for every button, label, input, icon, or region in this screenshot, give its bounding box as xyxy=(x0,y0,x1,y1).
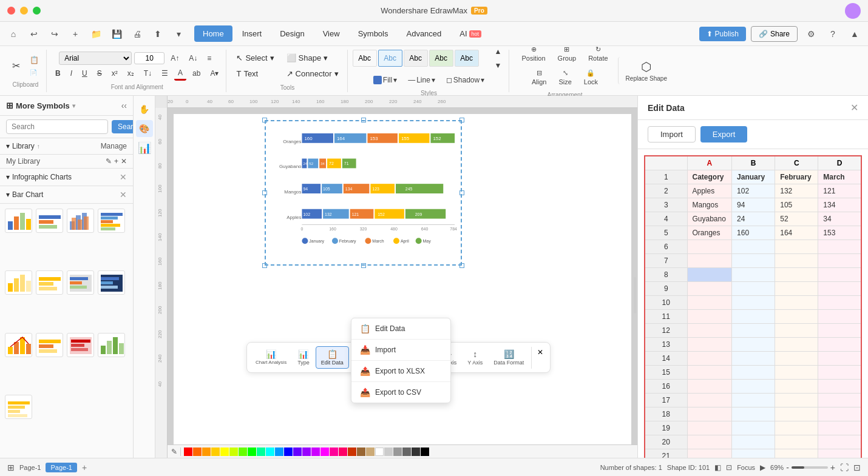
chart-icon-btn[interactable]: 📊 xyxy=(136,139,153,156)
chart-item-3[interactable] xyxy=(67,209,94,233)
align-btn[interactable]: ⊟ Align xyxy=(527,67,551,88)
cell-13-a[interactable] xyxy=(687,338,732,352)
cell-2-b[interactable]: 102 xyxy=(732,184,775,198)
paint-btn[interactable]: 🎨 xyxy=(136,120,153,137)
text-format-btn[interactable]: T↓ xyxy=(140,67,155,79)
color-swatch-red[interactable] xyxy=(184,448,192,456)
cell-14-b[interactable] xyxy=(732,352,775,366)
cell-15-a[interactable] xyxy=(687,366,732,380)
color-swatch-orange[interactable] xyxy=(193,448,202,456)
dropdown-import[interactable]: 📥 Import xyxy=(351,340,450,360)
cell-21-d[interactable] xyxy=(818,449,861,458)
cell-3-b[interactable]: 94 xyxy=(732,198,775,212)
export-btn[interactable]: ⬆ xyxy=(149,25,166,42)
style-abc2[interactable]: Abc xyxy=(378,50,402,67)
dropdown-export-xlsx[interactable]: 📤 Export to XLSX xyxy=(351,361,450,381)
cell-19-a[interactable] xyxy=(687,421,732,435)
my-lib-edit-btn[interactable]: ✎ xyxy=(106,157,112,166)
cell-5-c[interactable]: 164 xyxy=(775,226,818,240)
zoom-in-btn[interactable]: + xyxy=(830,463,835,472)
redo-btn[interactable]: ↪ xyxy=(46,25,63,42)
options-button[interactable]: ⚙ xyxy=(802,25,819,42)
cell-4-c[interactable]: 52 xyxy=(775,212,818,226)
style-abc5[interactable]: Abc xyxy=(455,50,479,67)
import-btn[interactable]: Import xyxy=(648,126,696,142)
color-swatch-cyan[interactable] xyxy=(266,448,274,456)
chart-item-4[interactable] xyxy=(98,209,125,233)
cell-3-a[interactable]: Mangos xyxy=(687,198,732,212)
tab-view[interactable]: View xyxy=(314,25,348,42)
cell-4-a[interactable]: Guyabano xyxy=(687,212,732,226)
data-table-wrapper[interactable]: A B C D 1CategoryJanuaryFebruaryMarch2Ap… xyxy=(638,149,868,458)
add-page-btn[interactable]: + xyxy=(82,463,87,472)
size-btn[interactable]: ⤡ Size xyxy=(554,67,576,88)
bar-chart-close[interactable]: ✕ xyxy=(120,190,127,199)
chart-item-12[interactable] xyxy=(98,333,125,357)
play-btn[interactable]: ▶ xyxy=(760,463,765,472)
cell-4-b[interactable]: 24 xyxy=(732,212,775,226)
page-1-tab[interactable]: Page-1 xyxy=(46,463,76,472)
focus-mode-btn[interactable]: ⊡ xyxy=(726,463,732,472)
export-btn[interactable]: Export xyxy=(700,126,748,142)
more-btn[interactable]: ▾ xyxy=(170,25,187,42)
cell-5-d[interactable]: 153 xyxy=(818,226,861,240)
replace-shape-btn[interactable]: ⬡ Replace Shape xyxy=(618,57,674,84)
col-a-header[interactable]: A xyxy=(687,156,732,170)
color-swatch-pink[interactable] xyxy=(330,448,338,456)
type-btn[interactable]: 📊 Type xyxy=(293,347,314,368)
cell-21-b[interactable] xyxy=(732,449,775,458)
increase-font-btn[interactable]: A↑ xyxy=(167,52,183,64)
color-swatch-darkgray[interactable] xyxy=(402,448,411,456)
strikethrough-btn[interactable]: S xyxy=(93,67,106,79)
subscript-btn[interactable]: x₂ xyxy=(124,67,138,79)
color-swatch-lightblue[interactable] xyxy=(275,448,283,456)
decrease-font-btn[interactable]: A↓ xyxy=(185,52,201,64)
chart-item-5[interactable] xyxy=(5,270,32,295)
italic-btn[interactable]: I xyxy=(67,67,76,79)
cell-9-b[interactable] xyxy=(732,282,775,296)
cell-21-c[interactable] xyxy=(775,449,818,458)
cell-6-b[interactable] xyxy=(732,240,775,254)
dropdown-edit-data[interactable]: 📋 Edit Data xyxy=(351,318,450,339)
cell-19-d[interactable] xyxy=(818,421,861,435)
cell-4-d[interactable]: 34 xyxy=(818,212,861,226)
chart-item-7[interactable] xyxy=(67,270,94,295)
cell-10-d[interactable] xyxy=(818,296,861,310)
color-swatch-hotpink[interactable] xyxy=(339,448,347,456)
palette-edit-btn[interactable]: ✎ xyxy=(171,448,177,456)
panel-close-btn[interactable]: ✕ xyxy=(850,102,858,113)
cell-16-d[interactable] xyxy=(818,380,861,394)
maximize-button[interactable] xyxy=(33,7,41,15)
text-tool-btn[interactable]: T Text xyxy=(231,67,279,81)
line-btn[interactable]: — Line ▾ xyxy=(404,74,439,86)
style-abc3[interactable]: Abc xyxy=(404,50,428,67)
color-swatch-brightyellow[interactable] xyxy=(220,448,229,456)
print-btn[interactable]: 🖨 xyxy=(129,25,146,42)
my-lib-close-btn[interactable]: ✕ xyxy=(121,157,127,166)
close-button[interactable] xyxy=(7,7,15,15)
color-swatch-nearblack[interactable] xyxy=(412,448,420,456)
chart-item-8[interactable] xyxy=(98,270,125,295)
align-btn[interactable]: ≡ xyxy=(203,52,215,64)
cell-19-b[interactable] xyxy=(732,421,775,435)
cell-1-b[interactable]: January xyxy=(732,170,775,184)
cell-17-b[interactable] xyxy=(732,394,775,407)
edit-data-toolbar-btn[interactable]: 📋 Edit Data xyxy=(316,346,349,369)
color-swatch-teal[interactable] xyxy=(257,448,265,456)
col-c-header[interactable]: C xyxy=(775,156,818,170)
cell-11-b[interactable] xyxy=(732,310,775,324)
cell-5-a[interactable]: Oranges xyxy=(687,226,732,240)
rotate-btn[interactable]: ↻ Rotate xyxy=(583,43,612,64)
color-swatch-beige[interactable] xyxy=(366,448,375,456)
cell-19-c[interactable] xyxy=(775,421,818,435)
color-swatch-tan[interactable] xyxy=(357,448,365,456)
text-color-btn[interactable]: A xyxy=(174,67,186,81)
sidebar-close-btn[interactable]: ‹‹ xyxy=(121,101,127,110)
cell-6-c[interactable] xyxy=(775,240,818,254)
chart-item-1[interactable] xyxy=(5,209,32,233)
cell-17-d[interactable] xyxy=(818,394,861,407)
selected-chart[interactable]: Oranges Guyabano Mangos Apples 160 164 xyxy=(265,120,462,266)
tab-symbols[interactable]: Symbols xyxy=(350,25,397,42)
toolbar-expand-btn[interactable]: ✕ xyxy=(534,346,546,358)
style-abc4[interactable]: Abc xyxy=(429,50,453,67)
